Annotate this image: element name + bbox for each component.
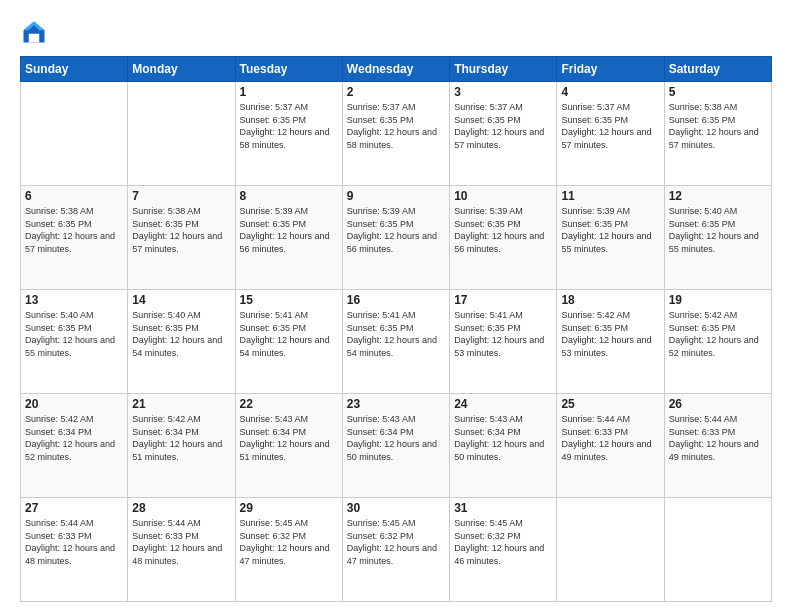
- day-number: 7: [132, 189, 230, 203]
- day-info: Sunrise: 5:38 AM Sunset: 6:35 PM Dayligh…: [132, 205, 230, 255]
- day-info: Sunrise: 5:37 AM Sunset: 6:35 PM Dayligh…: [347, 101, 445, 151]
- day-number: 6: [25, 189, 123, 203]
- day-info: Sunrise: 5:42 AM Sunset: 6:35 PM Dayligh…: [561, 309, 659, 359]
- calendar-cell: 18Sunrise: 5:42 AM Sunset: 6:35 PM Dayli…: [557, 290, 664, 394]
- calendar-week-row: 20Sunrise: 5:42 AM Sunset: 6:34 PM Dayli…: [21, 394, 772, 498]
- day-number: 17: [454, 293, 552, 307]
- day-info: Sunrise: 5:40 AM Sunset: 6:35 PM Dayligh…: [132, 309, 230, 359]
- day-number: 26: [669, 397, 767, 411]
- day-info: Sunrise: 5:38 AM Sunset: 6:35 PM Dayligh…: [25, 205, 123, 255]
- day-number: 27: [25, 501, 123, 515]
- day-number: 1: [240, 85, 338, 99]
- day-number: 19: [669, 293, 767, 307]
- calendar-cell: 20Sunrise: 5:42 AM Sunset: 6:34 PM Dayli…: [21, 394, 128, 498]
- day-info: Sunrise: 5:43 AM Sunset: 6:34 PM Dayligh…: [454, 413, 552, 463]
- day-number: 2: [347, 85, 445, 99]
- calendar-cell: 24Sunrise: 5:43 AM Sunset: 6:34 PM Dayli…: [450, 394, 557, 498]
- svg-rect-2: [29, 34, 40, 43]
- calendar-cell: 7Sunrise: 5:38 AM Sunset: 6:35 PM Daylig…: [128, 186, 235, 290]
- calendar-cell: 23Sunrise: 5:43 AM Sunset: 6:34 PM Dayli…: [342, 394, 449, 498]
- day-of-week-header: Thursday: [450, 57, 557, 82]
- calendar-cell: 4Sunrise: 5:37 AM Sunset: 6:35 PM Daylig…: [557, 82, 664, 186]
- day-number: 14: [132, 293, 230, 307]
- day-info: Sunrise: 5:40 AM Sunset: 6:35 PM Dayligh…: [25, 309, 123, 359]
- day-number: 25: [561, 397, 659, 411]
- calendar-table: SundayMondayTuesdayWednesdayThursdayFrid…: [20, 56, 772, 602]
- day-info: Sunrise: 5:40 AM Sunset: 6:35 PM Dayligh…: [669, 205, 767, 255]
- day-info: Sunrise: 5:41 AM Sunset: 6:35 PM Dayligh…: [454, 309, 552, 359]
- day-number: 21: [132, 397, 230, 411]
- day-info: Sunrise: 5:44 AM Sunset: 6:33 PM Dayligh…: [25, 517, 123, 567]
- calendar-cell: 14Sunrise: 5:40 AM Sunset: 6:35 PM Dayli…: [128, 290, 235, 394]
- day-number: 16: [347, 293, 445, 307]
- day-number: 13: [25, 293, 123, 307]
- day-info: Sunrise: 5:42 AM Sunset: 6:34 PM Dayligh…: [132, 413, 230, 463]
- calendar-cell: 11Sunrise: 5:39 AM Sunset: 6:35 PM Dayli…: [557, 186, 664, 290]
- day-info: Sunrise: 5:38 AM Sunset: 6:35 PM Dayligh…: [669, 101, 767, 151]
- day-number: 15: [240, 293, 338, 307]
- day-of-week-header: Wednesday: [342, 57, 449, 82]
- day-info: Sunrise: 5:42 AM Sunset: 6:34 PM Dayligh…: [25, 413, 123, 463]
- calendar-cell: 1Sunrise: 5:37 AM Sunset: 6:35 PM Daylig…: [235, 82, 342, 186]
- calendar-cell: 30Sunrise: 5:45 AM Sunset: 6:32 PM Dayli…: [342, 498, 449, 602]
- day-number: 23: [347, 397, 445, 411]
- day-of-week-header: Monday: [128, 57, 235, 82]
- day-info: Sunrise: 5:39 AM Sunset: 6:35 PM Dayligh…: [347, 205, 445, 255]
- logo: [20, 18, 52, 46]
- calendar-cell: 21Sunrise: 5:42 AM Sunset: 6:34 PM Dayli…: [128, 394, 235, 498]
- logo-icon: [20, 18, 48, 46]
- header: [20, 18, 772, 46]
- calendar-week-row: 1Sunrise: 5:37 AM Sunset: 6:35 PM Daylig…: [21, 82, 772, 186]
- day-number: 22: [240, 397, 338, 411]
- day-number: 30: [347, 501, 445, 515]
- day-info: Sunrise: 5:42 AM Sunset: 6:35 PM Dayligh…: [669, 309, 767, 359]
- calendar-cell: [21, 82, 128, 186]
- page: SundayMondayTuesdayWednesdayThursdayFrid…: [0, 0, 792, 612]
- day-info: Sunrise: 5:43 AM Sunset: 6:34 PM Dayligh…: [240, 413, 338, 463]
- calendar-cell: [664, 498, 771, 602]
- calendar-cell: 26Sunrise: 5:44 AM Sunset: 6:33 PM Dayli…: [664, 394, 771, 498]
- day-number: 10: [454, 189, 552, 203]
- calendar-cell: 5Sunrise: 5:38 AM Sunset: 6:35 PM Daylig…: [664, 82, 771, 186]
- day-number: 28: [132, 501, 230, 515]
- calendar-cell: 16Sunrise: 5:41 AM Sunset: 6:35 PM Dayli…: [342, 290, 449, 394]
- calendar-cell: [128, 82, 235, 186]
- calendar-cell: 13Sunrise: 5:40 AM Sunset: 6:35 PM Dayli…: [21, 290, 128, 394]
- calendar-header-row: SundayMondayTuesdayWednesdayThursdayFrid…: [21, 57, 772, 82]
- day-number: 4: [561, 85, 659, 99]
- day-info: Sunrise: 5:39 AM Sunset: 6:35 PM Dayligh…: [561, 205, 659, 255]
- calendar-cell: 10Sunrise: 5:39 AM Sunset: 6:35 PM Dayli…: [450, 186, 557, 290]
- day-number: 5: [669, 85, 767, 99]
- calendar-week-row: 6Sunrise: 5:38 AM Sunset: 6:35 PM Daylig…: [21, 186, 772, 290]
- day-of-week-header: Friday: [557, 57, 664, 82]
- calendar-cell: 8Sunrise: 5:39 AM Sunset: 6:35 PM Daylig…: [235, 186, 342, 290]
- day-of-week-header: Tuesday: [235, 57, 342, 82]
- day-number: 24: [454, 397, 552, 411]
- calendar-cell: 22Sunrise: 5:43 AM Sunset: 6:34 PM Dayli…: [235, 394, 342, 498]
- day-info: Sunrise: 5:44 AM Sunset: 6:33 PM Dayligh…: [132, 517, 230, 567]
- day-info: Sunrise: 5:44 AM Sunset: 6:33 PM Dayligh…: [669, 413, 767, 463]
- day-info: Sunrise: 5:44 AM Sunset: 6:33 PM Dayligh…: [561, 413, 659, 463]
- day-number: 3: [454, 85, 552, 99]
- calendar-cell: 25Sunrise: 5:44 AM Sunset: 6:33 PM Dayli…: [557, 394, 664, 498]
- day-number: 31: [454, 501, 552, 515]
- day-of-week-header: Saturday: [664, 57, 771, 82]
- day-number: 18: [561, 293, 659, 307]
- calendar-cell: 3Sunrise: 5:37 AM Sunset: 6:35 PM Daylig…: [450, 82, 557, 186]
- day-info: Sunrise: 5:45 AM Sunset: 6:32 PM Dayligh…: [240, 517, 338, 567]
- day-info: Sunrise: 5:39 AM Sunset: 6:35 PM Dayligh…: [240, 205, 338, 255]
- calendar-cell: 2Sunrise: 5:37 AM Sunset: 6:35 PM Daylig…: [342, 82, 449, 186]
- calendar-cell: 19Sunrise: 5:42 AM Sunset: 6:35 PM Dayli…: [664, 290, 771, 394]
- calendar-cell: 29Sunrise: 5:45 AM Sunset: 6:32 PM Dayli…: [235, 498, 342, 602]
- day-number: 8: [240, 189, 338, 203]
- day-number: 29: [240, 501, 338, 515]
- day-info: Sunrise: 5:37 AM Sunset: 6:35 PM Dayligh…: [561, 101, 659, 151]
- day-info: Sunrise: 5:45 AM Sunset: 6:32 PM Dayligh…: [454, 517, 552, 567]
- calendar-cell: 6Sunrise: 5:38 AM Sunset: 6:35 PM Daylig…: [21, 186, 128, 290]
- calendar-cell: 31Sunrise: 5:45 AM Sunset: 6:32 PM Dayli…: [450, 498, 557, 602]
- calendar-cell: 12Sunrise: 5:40 AM Sunset: 6:35 PM Dayli…: [664, 186, 771, 290]
- day-info: Sunrise: 5:45 AM Sunset: 6:32 PM Dayligh…: [347, 517, 445, 567]
- calendar-cell: 15Sunrise: 5:41 AM Sunset: 6:35 PM Dayli…: [235, 290, 342, 394]
- day-info: Sunrise: 5:39 AM Sunset: 6:35 PM Dayligh…: [454, 205, 552, 255]
- calendar-cell: 28Sunrise: 5:44 AM Sunset: 6:33 PM Dayli…: [128, 498, 235, 602]
